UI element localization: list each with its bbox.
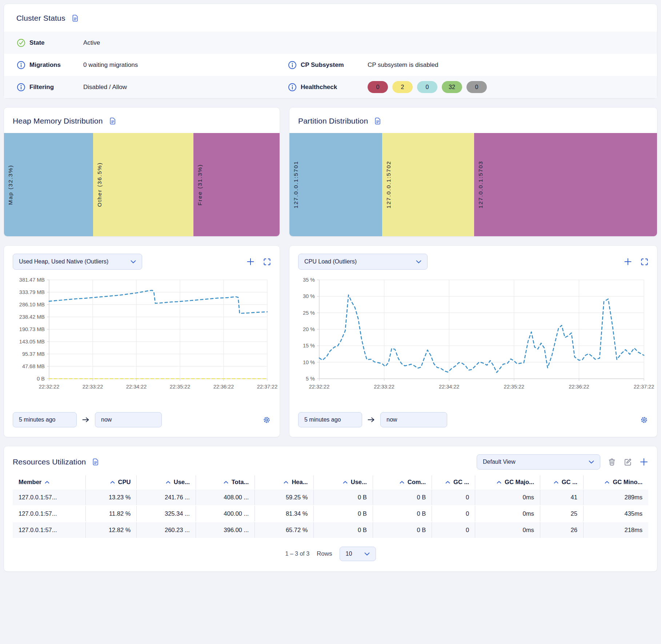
table-cell: 11.82 % xyxy=(85,506,137,522)
heap-native-line-chart[interactable]: 22:32:2222:33:2222:34:2222:35:2222:36:22… xyxy=(13,275,271,392)
svg-text:22:35:22: 22:35:22 xyxy=(170,384,190,390)
table-cell: 0ms xyxy=(475,489,540,506)
fullscreen-icon[interactable] xyxy=(263,258,271,266)
distribution-segment[interactable]: 127.0.0.1:5703 xyxy=(474,133,657,236)
add-chart-button[interactable] xyxy=(247,258,255,266)
column-header-hea-4[interactable]: Hea... xyxy=(255,475,314,489)
state-label: State xyxy=(29,39,83,47)
table-cell: 127.0.0.1:57... xyxy=(13,506,85,522)
sort-caret-icon xyxy=(284,481,288,484)
svg-text:95.37 MB: 95.37 MB xyxy=(22,351,45,357)
rows-per-page-selector[interactable]: 10 xyxy=(340,547,376,561)
column-header-gc-7[interactable]: GC ... xyxy=(432,475,475,489)
migrations-value: 0 waiting migrations xyxy=(83,61,138,69)
column-header-label: GC ... xyxy=(453,479,469,486)
docs-icon[interactable] xyxy=(71,14,79,22)
column-header-use-5[interactable]: Use... xyxy=(314,475,373,489)
segment-label: 127.0.0.1:5702 xyxy=(385,161,392,208)
edit-view-button[interactable] xyxy=(624,458,632,466)
distribution-segment[interactable]: 127.0.0.1:5702 xyxy=(382,133,474,236)
heap-distribution-title: Heap Memory Distribution xyxy=(13,117,103,125)
info-icon[interactable] xyxy=(16,82,26,92)
column-header-com-6[interactable]: Com... xyxy=(373,475,432,489)
arrow-right-icon xyxy=(82,416,90,423)
resources-utilization-panel: Resources Utilization Default View xyxy=(4,446,657,572)
time-range-from-value: 5 minutes ago xyxy=(304,416,341,423)
time-range-from-input[interactable]: 5 minutes ago xyxy=(13,412,77,427)
partition-distribution-panel: Partition Distribution 127.0.0.1:5701127… xyxy=(289,107,657,237)
time-range-to-value: now xyxy=(101,416,112,423)
time-range-to-input[interactable]: now xyxy=(380,412,447,427)
fullscreen-icon[interactable] xyxy=(641,258,648,266)
distribution-segment[interactable]: Map (32.3%) xyxy=(4,133,93,236)
segment-label: Free (31.3%) xyxy=(197,164,203,205)
cpu-load-line-chart[interactable]: 22:32:2222:33:2222:34:2222:35:2222:36:22… xyxy=(299,275,648,392)
table-cell: 0 B xyxy=(373,489,432,506)
chevron-down-icon xyxy=(589,460,594,464)
svg-text:0 B: 0 B xyxy=(37,376,45,382)
resources-utilization-title: Resources Utilization xyxy=(13,458,86,466)
table-cell: 260.23 ... xyxy=(137,522,196,538)
column-header-gcmino-10[interactable]: GC Mino... xyxy=(583,475,648,489)
healthcheck-badge: 0 xyxy=(368,81,388,93)
table-cell: 12.82 % xyxy=(85,522,137,538)
add-view-button[interactable] xyxy=(640,458,648,466)
column-header-use-2[interactable]: Use... xyxy=(137,475,196,489)
table-cell: 81.34 % xyxy=(255,506,314,522)
table-cell: 408.00 ... xyxy=(196,489,255,506)
column-header-member-0[interactable]: Member xyxy=(13,475,85,489)
time-range-to-input[interactable]: now xyxy=(95,412,162,427)
info-icon[interactable] xyxy=(288,82,297,92)
column-header-tota-3[interactable]: Tota... xyxy=(196,475,255,489)
resources-table: Member CPU Use... Tota... Hea... Use... … xyxy=(13,475,648,538)
heap-distribution-panel: Heap Memory Distribution Map (32.3%)Othe… xyxy=(4,107,280,237)
svg-text:22:34:22: 22:34:22 xyxy=(126,384,147,390)
info-icon[interactable] xyxy=(288,60,297,70)
sort-caret-icon xyxy=(343,481,348,484)
add-chart-button[interactable] xyxy=(624,258,632,266)
docs-icon[interactable] xyxy=(109,117,117,125)
distribution-segment[interactable]: Other (36.5%) xyxy=(93,133,193,236)
svg-text:22:36:22: 22:36:22 xyxy=(213,384,234,390)
sort-caret-icon xyxy=(554,481,558,484)
svg-text:22:33:22: 22:33:22 xyxy=(374,384,394,390)
arrow-right-icon xyxy=(367,416,375,423)
docs-icon[interactable] xyxy=(92,458,100,466)
table-row[interactable]: 127.0.0.1:57...13.23 %241.76 ...408.00 .… xyxy=(13,489,648,506)
table-cell: 0 B xyxy=(314,522,373,538)
metric-selector[interactable]: CPU Load (Outliers) xyxy=(298,254,428,270)
gear-icon[interactable] xyxy=(640,416,648,424)
metric-selector-value: Used Heap, Used Native (Outliers) xyxy=(19,258,108,265)
table-row[interactable]: 127.0.0.1:57...11.82 %325.34 ...400.00 .… xyxy=(13,506,648,522)
svg-text:22:35:22: 22:35:22 xyxy=(504,384,524,390)
column-header-gc-9[interactable]: GC ... xyxy=(540,475,583,489)
distribution-segment[interactable]: Free (31.3%) xyxy=(193,133,280,236)
svg-text:333.79 MB: 333.79 MB xyxy=(19,289,45,295)
column-header-gcmajo-8[interactable]: GC Majo... xyxy=(475,475,540,489)
chevron-down-icon xyxy=(416,260,421,263)
gear-icon[interactable] xyxy=(263,416,271,424)
table-cell: 0 B xyxy=(373,522,432,538)
table-cell: 0ms xyxy=(475,522,540,538)
time-range-from-input[interactable]: 5 minutes ago xyxy=(298,412,362,427)
docs-icon[interactable] xyxy=(374,117,382,125)
delete-view-button[interactable] xyxy=(608,458,616,466)
partition-distribution-bar: 127.0.0.1:5701127.0.0.1:5702127.0.0.1:57… xyxy=(289,133,657,236)
svg-text:22:37:22: 22:37:22 xyxy=(257,384,277,390)
chevron-down-icon xyxy=(364,552,370,556)
metric-selector[interactable]: Used Heap, Used Native (Outliers) xyxy=(13,254,142,270)
rows-per-page-label: Rows xyxy=(317,550,332,558)
svg-text:22:32:22: 22:32:22 xyxy=(39,384,59,390)
table-cell: 218ms xyxy=(583,522,648,538)
distribution-segment[interactable]: 127.0.0.1:5701 xyxy=(289,133,382,236)
view-selector[interactable]: Default View xyxy=(477,454,600,470)
column-header-cpu-1[interactable]: CPU xyxy=(85,475,137,489)
view-selector-value: Default View xyxy=(483,459,516,465)
column-header-label: Use... xyxy=(351,479,367,486)
column-header-label: CPU xyxy=(118,479,131,486)
info-icon[interactable] xyxy=(16,60,26,70)
table-row[interactable]: 127.0.0.1:57...12.82 %260.23 ...396.00 .… xyxy=(13,522,648,538)
filtering-healthcheck-row: Filtering Disabled / Allow Healthcheck 0… xyxy=(4,76,657,98)
table-cell: 127.0.0.1:57... xyxy=(13,522,85,538)
segment-label: Other (36.5%) xyxy=(96,162,103,207)
